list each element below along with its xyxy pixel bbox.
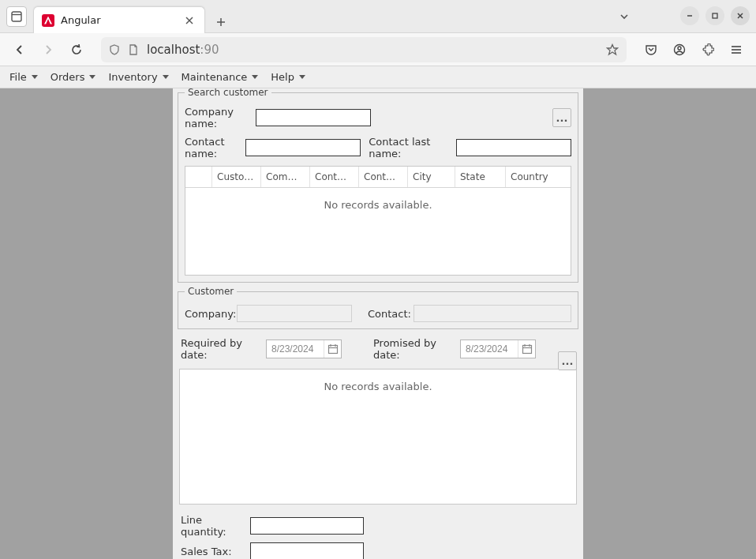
company-label: Company:	[185, 308, 232, 320]
no-records-text: No records available.	[324, 199, 432, 211]
tab-list-dropdown[interactable]	[619, 11, 630, 24]
col-contact-first[interactable]: Cont…	[310, 167, 359, 187]
contact-last-name-input[interactable]	[456, 139, 571, 156]
company-name-input[interactable]	[256, 109, 371, 126]
customer-group: Customer Company: Contact:	[178, 286, 578, 329]
items-grid[interactable]: No records available.	[179, 369, 577, 505]
nav-back-button[interactable]	[8, 38, 32, 62]
workspace-icon	[11, 11, 22, 22]
contact-name-label: Contact name:	[185, 136, 241, 159]
pocket-icon	[645, 43, 657, 56]
close-icon	[736, 12, 744, 20]
sales-tax-input[interactable]	[250, 542, 364, 559]
contact-readonly	[414, 305, 571, 322]
extensions-button[interactable]	[696, 38, 720, 62]
chevron-down-icon	[252, 75, 258, 79]
page-icon	[128, 44, 139, 55]
new-tab-button[interactable]	[210, 11, 232, 33]
contact-label: Contact:	[368, 308, 409, 320]
grid-header: Custo… Com… Cont… Cont… City State Count…	[185, 167, 571, 188]
arrow-right-icon	[42, 43, 54, 56]
sales-tax-row: Sales Tax:	[173, 542, 583, 559]
app-menubar: File Orders Inventory Maintenance Help	[0, 66, 756, 88]
menu-help[interactable]: Help	[266, 69, 310, 85]
svg-rect-16	[328, 346, 337, 354]
menu-file[interactable]: File	[5, 69, 43, 85]
form-panel: Search customer Company name: ... Contac…	[173, 88, 583, 559]
required-date-input[interactable]	[266, 340, 342, 358]
col-company[interactable]: Com…	[261, 167, 310, 187]
svg-marker-10	[608, 44, 618, 54]
line-quantity-label: Line quantity:	[181, 514, 250, 538]
chevron-down-icon	[163, 75, 169, 79]
contact-name-input[interactable]	[245, 139, 361, 156]
svg-point-12	[678, 47, 681, 50]
account-button[interactable]	[668, 38, 691, 62]
tab-strip: Angular	[33, 0, 232, 33]
browser-titlebar: Angular	[0, 0, 756, 33]
maximize-icon	[711, 12, 719, 20]
menu-inventory[interactable]: Inventory	[103, 69, 173, 85]
shield-icon	[109, 44, 120, 55]
line-quantity-input[interactable]	[250, 517, 364, 535]
hamburger-icon	[730, 43, 743, 56]
reload-icon	[70, 43, 83, 56]
chevron-down-icon	[299, 75, 305, 79]
search-customer-group: Search customer Company name: ... Contac…	[178, 88, 578, 283]
browser-tab[interactable]: Angular	[33, 6, 205, 33]
window-close-button[interactable]	[731, 6, 750, 25]
plus-icon	[216, 17, 226, 27]
no-records-text: No records available.	[324, 381, 432, 392]
svg-rect-20	[522, 346, 531, 354]
col-country[interactable]: Country	[506, 167, 571, 187]
promised-date-field[interactable]	[461, 343, 518, 355]
col-customer[interactable]: Custo…	[212, 167, 261, 187]
calendar-icon[interactable]	[324, 340, 341, 358]
grid-body: No records available.	[185, 188, 571, 275]
account-icon	[673, 43, 686, 56]
svg-rect-7	[713, 13, 717, 18]
line-quantity-row: Line quantity:	[173, 509, 583, 542]
page-viewport: Search customer Company name: ... Contac…	[0, 88, 756, 559]
sales-tax-label: Sales Tax:	[181, 546, 250, 557]
calendar-icon[interactable]	[518, 340, 535, 358]
nav-reload-button[interactable]	[65, 38, 88, 62]
chevron-down-icon	[32, 75, 38, 79]
items-grid-body: No records available.	[180, 370, 576, 504]
col-contact-last[interactable]: Cont…	[359, 167, 408, 187]
contact-last-name-label: Contact last name:	[369, 136, 451, 159]
address-bar[interactable]: localhost:90	[101, 37, 627, 62]
chevron-down-icon	[89, 75, 95, 79]
col-state[interactable]: State	[455, 167, 506, 187]
window-minimize-button[interactable]	[680, 6, 699, 25]
customer-search-grid[interactable]: Custo… Com… Cont… Cont… City State Count…	[185, 166, 571, 276]
chevron-down-icon	[619, 11, 630, 22]
tab-title: Angular	[61, 14, 176, 26]
puzzle-icon	[702, 43, 714, 56]
nav-forward-button	[36, 38, 60, 62]
browser-toolbar: localhost:90	[0, 33, 756, 66]
menu-maintenance[interactable]: Maintenance	[177, 69, 264, 85]
col-city[interactable]: City	[408, 167, 455, 187]
menu-orders[interactable]: Orders	[46, 69, 101, 85]
company-readonly	[237, 305, 352, 322]
window-maximize-button[interactable]	[705, 6, 724, 25]
pocket-button[interactable]	[639, 38, 663, 62]
promised-date-label: Promised by date:	[373, 337, 455, 361]
arrow-left-icon	[13, 43, 26, 56]
required-date-field[interactable]	[267, 343, 324, 355]
dates-more-button[interactable]: ...	[558, 351, 577, 370]
url-text: localhost:90	[147, 43, 219, 57]
svg-rect-0	[12, 12, 21, 21]
angular-favicon-icon	[42, 14, 54, 27]
lookup-button[interactable]: ...	[552, 108, 571, 127]
star-icon[interactable]	[606, 43, 619, 56]
app-menu-button[interactable]	[724, 38, 748, 62]
company-name-label: Company name:	[185, 106, 251, 129]
required-date-label: Required by date:	[181, 337, 261, 361]
workspace-button[interactable]	[6, 6, 27, 27]
promised-date-input[interactable]	[460, 340, 536, 358]
tab-close-button[interactable]	[182, 13, 196, 28]
window-controls	[680, 6, 750, 25]
close-icon	[185, 17, 193, 24]
